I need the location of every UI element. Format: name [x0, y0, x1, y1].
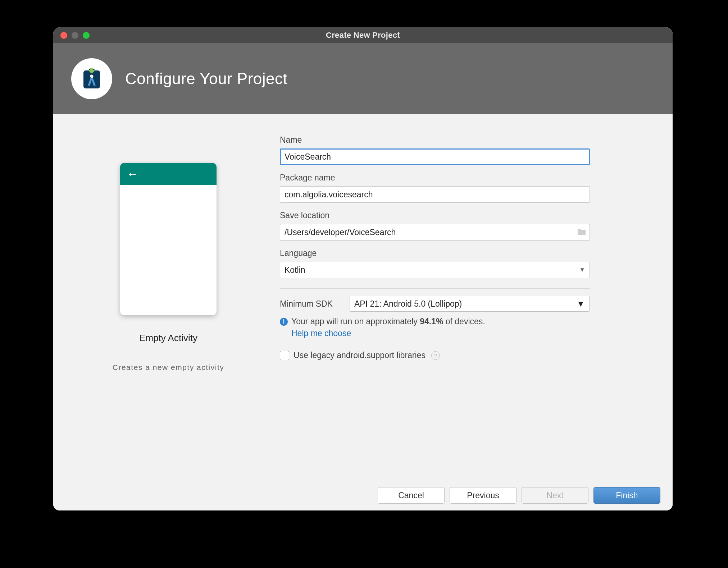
android-studio-icon: [71, 58, 112, 99]
sdk-info-row: i Your app will run on approximately 94.…: [280, 317, 651, 326]
min-sdk-label: Minimum SDK: [280, 299, 341, 309]
page-title: Configure Your Project: [125, 70, 287, 88]
info-percentage: 94.1%: [420, 317, 443, 326]
package-label: Package name: [280, 173, 651, 183]
divider: [280, 288, 590, 289]
legacy-support-checkbox[interactable]: [280, 351, 289, 360]
name-label: Name: [280, 135, 651, 145]
dialog-header: Configure Your Project: [53, 43, 673, 114]
phone-preview: ←: [120, 163, 217, 315]
svg-point-3: [93, 69, 95, 70]
titlebar: Create New Project: [53, 27, 673, 43]
language-value: Kotlin: [285, 265, 305, 275]
help-me-choose-link[interactable]: Help me choose: [291, 329, 651, 338]
dialog-footer: Cancel Previous Next Finish: [53, 480, 673, 510]
template-name: Empty Activity: [139, 333, 197, 344]
info-text-post: of devices.: [443, 317, 485, 326]
next-button: Next: [522, 487, 588, 504]
save-location-input[interactable]: [280, 224, 590, 241]
min-sdk-select[interactable]: API 21: Android 5.0 (Lollipop) ▼: [350, 296, 590, 312]
preview-appbar: ←: [120, 163, 217, 185]
language-label: Language: [280, 248, 651, 258]
browse-folder-icon[interactable]: [577, 228, 586, 237]
dialog-window: Create New Project Configure Your Projec…: [53, 27, 673, 510]
chevron-down-icon: ▼: [577, 299, 585, 309]
back-arrow-icon: ←: [127, 168, 138, 180]
form-pane: Name Package name Save location: [280, 129, 651, 372]
chevron-down-icon: ▼: [579, 266, 585, 274]
name-input[interactable]: [280, 148, 590, 165]
svg-point-4: [90, 75, 94, 78]
info-icon: i: [280, 318, 288, 326]
language-select[interactable]: Kotlin ▼: [280, 262, 590, 278]
help-icon[interactable]: ?: [431, 351, 440, 360]
min-sdk-value: API 21: Android 5.0 (Lollipop): [354, 299, 462, 309]
package-input[interactable]: [280, 186, 590, 203]
template-preview-pane: ← Empty Activity Creates a new empty act…: [75, 129, 262, 372]
cancel-button[interactable]: Cancel: [378, 487, 445, 504]
svg-point-2: [89, 69, 90, 70]
info-text-pre: Your app will run on approximately: [291, 317, 420, 326]
window-title: Create New Project: [53, 31, 673, 40]
template-description: Creates a new empty activity: [113, 363, 224, 372]
legacy-support-label: Use legacy android.support libraries: [294, 351, 426, 360]
save-location-label: Save location: [280, 211, 651, 220]
finish-button[interactable]: Finish: [593, 487, 660, 504]
svg-point-1: [89, 68, 94, 73]
previous-button[interactable]: Previous: [450, 487, 517, 504]
